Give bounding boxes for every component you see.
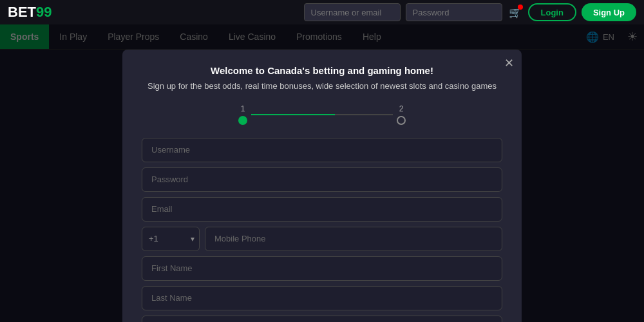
login-button[interactable]: Login <box>528 3 576 21</box>
first-name-field[interactable] <box>142 256 502 281</box>
step-1-label: 1 <box>241 104 245 113</box>
steps-container: 1 2 <box>142 104 502 125</box>
header: BET99 🛒 Login Sign Up <box>0 0 644 24</box>
email-field[interactable] <box>142 197 502 222</box>
modal-title: Welcome to Canada's betting and gaming h… <box>142 65 502 76</box>
step-2-dot <box>397 116 406 125</box>
logo-bet: BET <box>8 4 36 21</box>
step-line-filled <box>251 114 335 115</box>
password-field[interactable] <box>142 167 502 192</box>
modal-subtitle: Sign up for the best odds, real time bon… <box>142 80 502 93</box>
phone-code-select[interactable]: +1 <box>142 227 200 251</box>
step-2-label: 2 <box>399 104 404 113</box>
logo: BET99 <box>8 4 52 21</box>
signup-button[interactable]: Sign Up <box>582 3 636 21</box>
step-track: 1 2 <box>238 104 406 125</box>
username-field[interactable] <box>142 138 502 162</box>
phone-code-wrapper: +1 <box>142 227 200 251</box>
step-2-group: 2 <box>397 104 406 125</box>
reg-code-field[interactable] <box>142 316 502 323</box>
username-input[interactable] <box>304 3 401 21</box>
password-input[interactable] <box>406 3 502 21</box>
logo-99: 99 <box>36 4 52 21</box>
notification-icon: 🛒 <box>507 5 523 20</box>
step-1-dot <box>238 116 247 125</box>
header-inputs: 🛒 Login Sign Up <box>304 3 637 21</box>
last-name-field[interactable] <box>142 286 502 310</box>
notification-badge <box>518 5 523 10</box>
phone-input[interactable] <box>205 227 502 251</box>
phone-row: +1 <box>142 227 502 251</box>
signup-modal: ✕ Welcome to Canada's betting and gaming… <box>122 50 522 322</box>
modal-close-button[interactable]: ✕ <box>504 56 514 70</box>
step-1-group: 1 <box>238 104 247 125</box>
